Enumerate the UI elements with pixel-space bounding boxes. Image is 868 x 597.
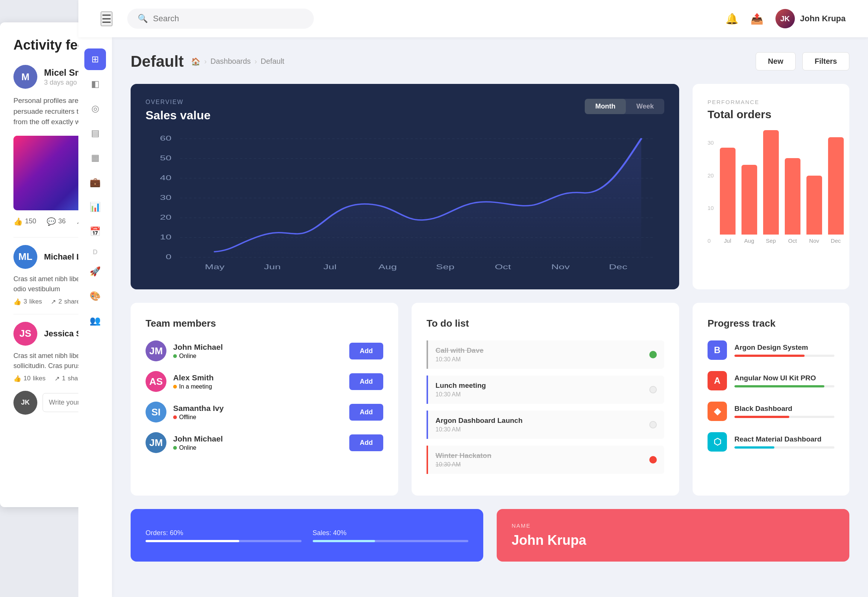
stats-orders-label: Orders: 60%: [146, 529, 302, 537]
add-member-3-button[interactable]: Add: [349, 404, 383, 420]
sidebar-item-palette[interactable]: 🎨: [84, 285, 106, 307]
page-header-left: Default 🏠 › Dashboards › Default: [131, 53, 284, 70]
search-input[interactable]: [153, 14, 304, 24]
sidebar-item-users2[interactable]: 👥: [84, 310, 106, 331]
breadcrumb-current: Default: [261, 57, 284, 65]
user-avatar: JK: [776, 9, 795, 28]
stats-card-name: NAME John Krupa: [497, 509, 849, 561]
sidebar-item-layout[interactable]: ◧: [84, 73, 106, 95]
svg-text:Jul: Jul: [323, 263, 336, 271]
stats-sales-bar-fill: [313, 540, 375, 542]
sidebar-item-table[interactable]: ▦: [84, 147, 106, 169]
todo-indicator-4: [649, 456, 657, 463]
svg-text:10: 10: [160, 233, 172, 241]
sidebar-item-rocket[interactable]: 🚀: [84, 261, 106, 282]
perf-label: PERFORMANCE: [707, 99, 834, 105]
progress-bar-fill-1: [734, 355, 805, 357]
add-member-2-button[interactable]: Add: [349, 373, 383, 390]
toggle-month[interactable]: Month: [585, 99, 626, 114]
member-info-3: Samantha Ivy Offline: [173, 404, 342, 420]
todo-title-2: Lunch meeting: [435, 382, 486, 390]
todo-indicator-3: [649, 421, 657, 428]
perf-bar-sep: Sep: [763, 130, 779, 244]
hamburger-button[interactable]: ☰: [101, 12, 112, 26]
sidebar: ⊞ ◧ ◎ ▤ ▦ 💼 📊 📅 D 🚀 🎨 👥: [78, 37, 112, 597]
dashboard-grid-top: OVERVIEW Sales value Month Week: [131, 84, 849, 290]
sidebar-letter-d: D: [93, 248, 98, 256]
avatar-jessica: JS: [13, 322, 37, 346]
like2-icon: 👍: [13, 298, 21, 306]
progress-title: Progress track: [707, 318, 834, 329]
user3-likes-count: 10: [24, 375, 31, 382]
progress-item-1: B Argon Design System: [707, 340, 834, 360]
progress-icon-1: B: [707, 340, 727, 360]
add-member-1-button[interactable]: Add: [349, 343, 383, 359]
svg-text:Jun: Jun: [264, 263, 281, 271]
member-status-2: In a meeting: [173, 383, 342, 390]
perf-y-0: 0: [707, 238, 714, 244]
progress-bar-bg-1: [734, 355, 834, 357]
user-chip[interactable]: JK John Krupa: [776, 9, 846, 28]
svg-text:20: 20: [160, 214, 172, 221]
team-member-3: SI Samantha Ivy Offline Add: [146, 402, 383, 422]
member-name-4: John Michael: [173, 434, 342, 443]
progress-name-3: Black Dashboard: [734, 405, 834, 413]
todo-title-4: Winter Hackaton: [435, 451, 491, 460]
likes-stat: 👍 150: [13, 217, 36, 226]
perf-title: Total orders: [707, 108, 834, 121]
team-title: Team members: [146, 318, 383, 329]
upload-button[interactable]: 📤: [750, 13, 764, 25]
progress-bar-bg-3: [734, 416, 834, 418]
perf-y-axis: 0 10 20 30: [707, 140, 717, 244]
todo-card: To do list Call with Dave 10:30 AM Lunch…: [412, 303, 679, 496]
perf-bar-jul: Jul: [720, 148, 735, 244]
stats-orders-bar-fill: [146, 540, 239, 542]
progress-bar-bg-2: [734, 385, 834, 388]
page-title: Default: [131, 53, 184, 70]
progress-item-2: A Angular Now UI Kit PRO: [707, 371, 834, 391]
sidebar-item-briefcase[interactable]: 💼: [84, 172, 106, 193]
stats-orders-bar-bg: [146, 540, 302, 542]
search-icon: 🔍: [138, 14, 148, 24]
member-name-3: Samantha Ivy: [173, 404, 342, 413]
sidebar-item-grid[interactable]: ⊞: [84, 49, 106, 70]
comment-icon: 💬: [47, 217, 56, 226]
progress-bar-fill-3: [734, 416, 789, 418]
member-info-2: Alex Smith In a meeting: [173, 373, 342, 390]
user3-likes: 👍 10 likes: [13, 375, 46, 383]
toggle-week[interactable]: Week: [626, 99, 664, 114]
progress-name-2: Angular Now UI Kit PRO: [734, 374, 834, 382]
member-avatar-4: JM: [146, 432, 167, 453]
sidebar-item-calendar[interactable]: 📅: [84, 221, 106, 242]
top-nav: ☰ 🔍 🔔 📤 JK John Krupa: [78, 0, 868, 37]
sales-chart-svg: 0 10 20 30 40 50 60 May Jun Jul Aug Sep …: [146, 131, 664, 273]
new-button[interactable]: New: [756, 52, 796, 70]
user2-shares-count: 2: [58, 298, 62, 305]
svg-text:Sep: Sep: [436, 263, 454, 271]
svg-text:Nov: Nov: [551, 263, 570, 271]
breadcrumb-dashboards[interactable]: Dashboards: [210, 57, 251, 65]
status-dot-3: [173, 416, 177, 419]
breadcrumb-sep1: ›: [204, 57, 207, 65]
perf-bar-oct: Oct: [785, 158, 801, 244]
sidebar-item-list[interactable]: ▤: [84, 122, 106, 144]
stats-name-label: NAME: [512, 523, 834, 529]
sidebar-item-chart[interactable]: 📊: [84, 196, 106, 218]
progress-name-4: React Material Dashboard: [734, 435, 834, 443]
perf-bar-dec: Dec: [828, 137, 844, 244]
todo-indicator-2: [649, 386, 657, 394]
todo-item-4: Winter Hackaton 10:30 AM: [427, 446, 664, 474]
progress-bar-fill-4: [734, 446, 774, 448]
member-name-2: Alex Smith: [173, 373, 342, 382]
add-member-4-button[interactable]: Add: [349, 434, 383, 451]
todo-time-2: 10:30 AM: [435, 391, 486, 398]
main-window: ☰ 🔍 🔔 📤 JK John Krupa ⊞ ◧ ◎ ▤ ▦ 💼 📊 📅 D: [78, 0, 868, 597]
filters-button[interactable]: Filters: [802, 52, 849, 70]
share2-icon: ↗: [51, 298, 56, 306]
member-status-4: Online: [173, 444, 342, 451]
progress-card: Progress track B Argon Design System: [692, 303, 849, 496]
perf-y-20: 20: [707, 172, 714, 179]
bottom-section: Team members JM John Michael Online: [131, 303, 849, 496]
sidebar-item-users[interactable]: ◎: [84, 98, 106, 119]
notification-button[interactable]: 🔔: [725, 13, 738, 25]
